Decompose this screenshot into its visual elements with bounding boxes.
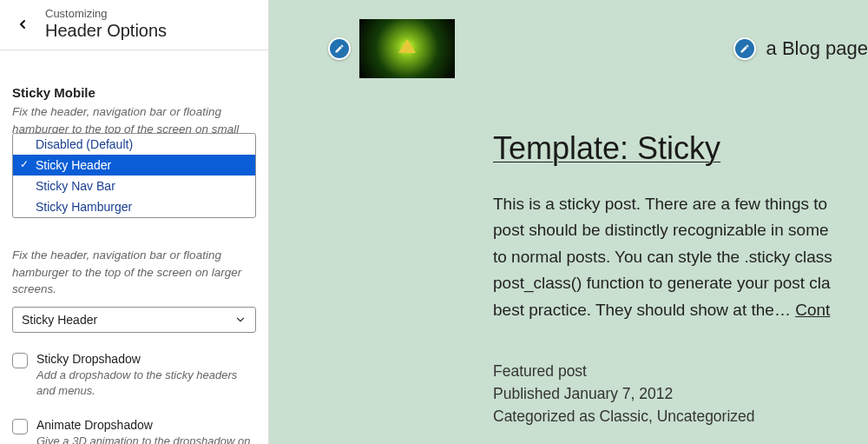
sticky-large-select[interactable]: Sticky Header: [12, 307, 256, 333]
post-meta: Featured post Published January 7, 2012 …: [493, 360, 868, 428]
preview-pane: a Blog page Template: Sticky This is a s…: [269, 0, 868, 444]
edit-logo-button[interactable]: [328, 37, 351, 60]
pencil-icon: [334, 43, 345, 54]
sticky-dropshadow-label: Sticky Dropshadow: [36, 352, 256, 366]
sticky-large-desc: Fix the header, navigation bar or floati…: [12, 247, 256, 298]
animate-dropshadow-checkbox[interactable]: [12, 419, 28, 434]
sticky-mobile-select[interactable]: Disabled (Default) Sticky Header Sticky …: [12, 133, 256, 218]
meta-published: Published January 7, 2012: [493, 382, 868, 405]
chevron-down-icon: [234, 314, 247, 326]
edit-site-title-button[interactable]: [733, 37, 756, 60]
sticky-dropshadow-row: Sticky Dropshadow Add a dropshadow to th…: [12, 352, 256, 399]
option-sticky-hamburger[interactable]: Sticky Hamburger: [13, 196, 255, 217]
post-line: post should be distinctly recognizable i…: [493, 221, 829, 239]
continue-link[interactable]: Cont: [795, 301, 830, 319]
customizer-sidebar: Customizing Header Options Sticky Mobile…: [0, 0, 269, 444]
option-sticky-header[interactable]: Sticky Header: [13, 155, 255, 176]
sticky-dropshadow-desc: Add a dropshadow to the sticky headers a…: [36, 368, 256, 399]
sticky-dropshadow-checkbox[interactable]: [12, 353, 28, 368]
option-sticky-nav-bar[interactable]: Sticky Nav Bar: [13, 176, 255, 196]
post: Template: Sticky This is a sticky post. …: [328, 130, 868, 428]
post-title-link[interactable]: Template: Sticky: [493, 130, 720, 166]
post-body: This is a sticky post. There are a few t…: [493, 191, 868, 323]
header-kicker: Customizing: [45, 7, 167, 20]
post-line: post_class() function to generate your p…: [493, 274, 831, 292]
animate-dropshadow-label: Animate Dropshadow: [36, 418, 256, 432]
pencil-icon: [740, 43, 750, 54]
site-header: a Blog page: [328, 19, 868, 78]
post-line: This is a sticky post. There are a few t…: [493, 195, 827, 213]
animate-dropshadow-desc: Give a 3D animation to the dropshadow on…: [36, 434, 256, 444]
chevron-left-icon: [16, 17, 30, 31]
page-title: Header Options: [45, 20, 167, 41]
animate-dropshadow-row: Animate Dropshadow Give a 3D animation t…: [12, 418, 256, 444]
site-logo[interactable]: [359, 19, 455, 78]
option-disabled[interactable]: Disabled (Default): [13, 134, 255, 155]
sidebar-header: Customizing Header Options: [0, 0, 268, 50]
post-line: to normal posts. You can style the .stic…: [493, 248, 832, 266]
meta-categories: Categorized as Classic, Uncategorized: [493, 405, 868, 427]
sticky-mobile-label: Sticky Mobile: [12, 85, 256, 100]
meta-featured: Featured post: [493, 360, 868, 382]
site-title[interactable]: a Blog page: [766, 37, 868, 60]
post-line: best practice. They should show at the…: [493, 301, 795, 319]
back-button[interactable]: [7, 9, 38, 40]
sticky-large-value: Sticky Header: [22, 313, 97, 327]
